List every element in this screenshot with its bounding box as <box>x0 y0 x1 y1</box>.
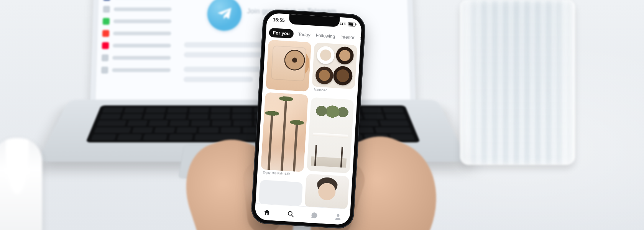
status-time: 15:55 <box>273 17 285 23</box>
nav-notifications[interactable] <box>310 211 319 220</box>
svg-line-1 <box>292 215 294 217</box>
search-icon <box>286 210 294 218</box>
pin-record-player[interactable] <box>266 40 312 92</box>
svg-point-2 <box>337 214 340 217</box>
tab-following[interactable]: Following <box>315 31 336 41</box>
nav-home[interactable] <box>263 208 271 217</box>
person-icon <box>334 212 342 220</box>
nav-search[interactable] <box>286 209 295 218</box>
home-icon <box>263 208 271 216</box>
phone: 15:55 LTE For you Today Following interi… <box>250 9 366 229</box>
feed-col-right: fatmood7 <box>304 43 357 210</box>
feed[interactable]: Enjoy The Palm Life fatmood7 <box>258 40 357 210</box>
pin-coffee-cups[interactable]: fatmood7 <box>312 43 357 89</box>
pin-portrait[interactable] <box>304 174 349 210</box>
feed-col-left: Enjoy The Palm Life <box>258 40 311 207</box>
phone-screen: 15:55 LTE For you Today Following interi… <box>255 13 362 225</box>
laptop-sidebar <box>100 0 172 100</box>
pin-stub-1[interactable] <box>258 180 303 207</box>
tab-for-you[interactable]: For you <box>269 28 294 39</box>
water-glass <box>460 0 575 165</box>
laptop-keyboard <box>86 105 421 142</box>
network-label: LTE <box>340 22 346 26</box>
pin-interior-room[interactable] <box>307 97 354 174</box>
pin-palm-trees[interactable]: Enjoy The Palm Life <box>261 92 308 172</box>
nav-saved[interactable] <box>334 212 342 221</box>
chat-icon <box>310 211 318 219</box>
bottle <box>0 138 42 230</box>
tab-interior[interactable]: interior <box>339 32 355 42</box>
telegram-icon <box>207 0 242 31</box>
laptop-screen: Join group chat on Telegram <box>90 0 416 108</box>
tab-today[interactable]: Today <box>297 30 311 39</box>
battery-icon <box>348 22 356 26</box>
scene: Join group chat on Telegram <box>0 0 644 230</box>
